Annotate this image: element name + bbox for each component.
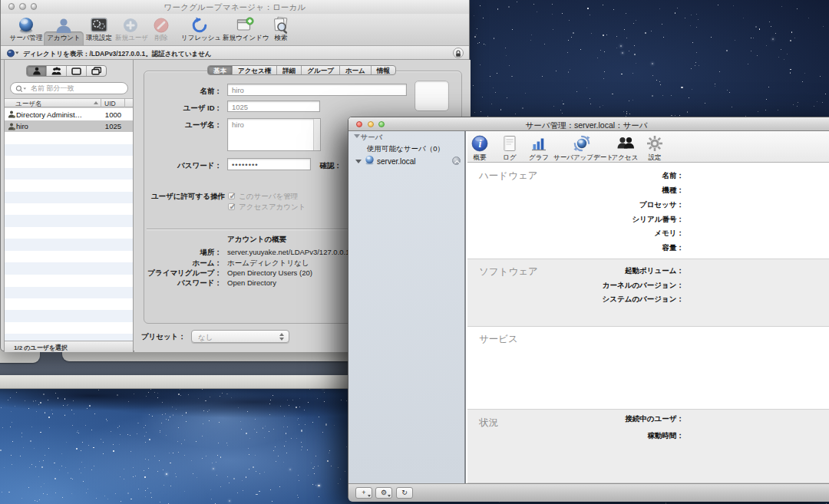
preset-popup[interactable]: なし <box>191 330 289 343</box>
preset-value: なし <box>198 333 213 343</box>
toolbar-button-server-admin[interactable]: サーバ管理 <box>8 15 45 44</box>
toolbar-button-overview[interactable]: i 概要 <box>465 135 494 163</box>
toolbar-button-access[interactable]: アクセス <box>610 135 639 163</box>
window-title: サーバ管理：server.local：サーバ <box>348 120 824 131</box>
directory-globe-icon[interactable] <box>7 49 19 58</box>
search-icon[interactable] <box>15 85 28 93</box>
checkbox-access-account[interactable]: ✓ <box>228 203 235 210</box>
svg-text:i: i <box>479 138 482 150</box>
wgm-accounts-list-pane: ユーザ名 UID Directory Administ… 1000 <box>4 60 134 352</box>
user-row-directory-admin[interactable]: Directory Administ… 1000 <box>5 108 133 120</box>
account-type-segmented-control <box>26 65 107 77</box>
log-document-icon <box>501 135 518 152</box>
tab-info[interactable]: 情報 <box>372 66 395 74</box>
checkbox-administer-server-label: このサーバを管理 <box>239 192 298 202</box>
permissions-label: ユーザに許可する操作 <box>134 192 225 202</box>
sa-sidebar: サーバ 使用可能なサーバ（0） server.local <box>348 131 466 483</box>
user-row-hiro[interactable]: hiro 1025 <box>5 120 133 133</box>
preset-label: プリセット： <box>134 332 186 342</box>
wgm-toolbar: サーバ管理 アカウント 環境設定 新規ユーザ <box>1 14 469 45</box>
toolbar-button-search[interactable]: 検索 <box>271 15 291 44</box>
picture-well[interactable] <box>414 81 449 111</box>
toolbar-button-accounts[interactable]: アカウント <box>45 15 82 44</box>
disclosure-triangle-icon[interactable] <box>354 134 360 138</box>
directory-status-text: ディレクトリを表示：/LDAPv3/127.0.0.1。認証されていません <box>23 50 212 59</box>
server-globe-icon <box>365 155 375 165</box>
computer-lists-icon[interactable] <box>87 66 106 76</box>
wgm-titlebar[interactable]: ワークグループマネージャ：ローカル <box>1 0 469 14</box>
name-label: 名前： <box>134 87 222 97</box>
wgm-directory-bar: ディレクトリを表示：/LDAPv3/127.0.0.1。認証されていません <box>1 45 469 60</box>
action-button[interactable]: ⚙ <box>375 487 392 499</box>
name-field[interactable]: hiro <box>227 84 407 96</box>
toolbar-button-new-user[interactable]: 新規ユーザ <box>115 15 146 44</box>
toolbar-button-delete[interactable]: 削除 <box>151 15 171 44</box>
sa-bottom-bar: + ⚙ ↻ <box>348 483 829 502</box>
sidebar-item-server-local[interactable]: server.local <box>377 157 416 166</box>
new-user-icon <box>121 16 140 35</box>
toolbar-button-log[interactable]: ログ <box>495 135 524 163</box>
check-icon: ✓ <box>230 191 236 201</box>
summary-location-value: server.yuuyake.net/LDAPv3/127.0.0.1 <box>227 248 350 256</box>
summary-primary-group-value: Open Directory Users (20) <box>227 268 312 277</box>
toolbar-button-refresh[interactable]: リフレッシュ <box>181 15 218 44</box>
tab-home[interactable]: ホーム <box>340 66 372 74</box>
popup-stepper-icon <box>279 333 285 341</box>
search-input[interactable] <box>31 84 123 93</box>
toolbar-button-settings[interactable]: 設定 <box>640 135 669 163</box>
settings-gear-icon <box>646 135 663 152</box>
window-server-admin: サーバ管理：server.local：サーバ サーバ 使用可能なサーバ（0） s… <box>348 117 829 501</box>
user-id-field[interactable]: 1025 <box>227 100 320 112</box>
scrollbar[interactable] <box>313 119 320 150</box>
column-uid[interactable]: UID <box>104 100 116 107</box>
short-names-field[interactable]: hiro <box>227 118 321 151</box>
sidebar-item-available-servers[interactable]: 使用可能なサーバ（0） <box>367 144 444 154</box>
column-divider-2 <box>124 99 125 107</box>
sa-toolbar: i 概要 ログ グラフ サーバアップデート <box>467 131 829 163</box>
graph-bars-icon <box>530 135 547 152</box>
refresh-button[interactable]: ↻ <box>396 487 413 499</box>
account-summary-title: アカウントの概要 <box>227 235 286 245</box>
column-divider <box>101 99 101 107</box>
software-system-version-label: システムのバージョン： <box>467 295 684 305</box>
hardware-model-label: 機種： <box>467 186 684 196</box>
check-icon: ✓ <box>230 202 236 212</box>
groups-icon[interactable] <box>47 66 67 76</box>
tab-groups[interactable]: グループ <box>302 66 340 74</box>
sidebar-group-servers: サーバ <box>361 133 382 143</box>
summary-location-label: 場所： <box>134 248 222 258</box>
hardware-capacity-label: 容量： <box>467 243 684 253</box>
tab-privileges[interactable]: アクセス権 <box>233 66 277 74</box>
status-uptime-label: 稼動時間： <box>467 431 684 441</box>
sa-overview-content: ハードウェア 名前： 機種： プロセッサ： シリアル番号： メモリ： 容量： ソ… <box>467 163 829 483</box>
checkbox-administer-server[interactable]: ✓ <box>228 193 235 199</box>
computers-icon[interactable] <box>67 66 87 76</box>
user-id-label: ユーザ ID： <box>134 104 222 114</box>
add-button[interactable]: + <box>355 487 372 499</box>
toolbar-button-preferences[interactable]: 環境設定 <box>84 15 114 44</box>
software-startup-volume-label: 起動ボリューム： <box>467 266 684 276</box>
toolbar-button-graphs[interactable]: グラフ <box>524 135 553 163</box>
tab-basic[interactable]: 基本 <box>208 66 233 74</box>
lock-icon[interactable] <box>453 48 464 58</box>
disclosure-triangle-icon[interactable] <box>355 160 362 163</box>
password-field[interactable]: •••••••• <box>227 158 311 170</box>
refresh-icon <box>190 16 209 35</box>
toolbar-button-new-window[interactable]: 新規ウインドウ <box>223 15 267 44</box>
search-field[interactable] <box>10 82 128 94</box>
preferences-icon <box>90 16 108 35</box>
tab-advanced[interactable]: 詳細 <box>277 66 302 74</box>
short-name-value: hiro <box>232 120 244 129</box>
summary-password-type-label: パスワード： <box>134 278 222 288</box>
status-connected-users-label: 接続中のユーザ： <box>467 414 684 424</box>
summary-password-type-value: Open Directory <box>227 278 276 287</box>
menu-arrow-icon <box>368 495 371 497</box>
user-icon <box>8 123 15 130</box>
users-icon[interactable] <box>27 66 47 76</box>
connect-badge-icon[interactable] <box>452 156 461 165</box>
toolbar-button-server-update[interactable]: サーバアップデート <box>553 135 610 163</box>
accounts-user-icon <box>54 16 73 35</box>
sa-titlebar[interactable]: サーバ管理：server.local：サーバ <box>348 117 829 131</box>
list-header[interactable]: ユーザ名 UID <box>5 98 133 107</box>
hardware-name-label: 名前： <box>467 171 684 181</box>
